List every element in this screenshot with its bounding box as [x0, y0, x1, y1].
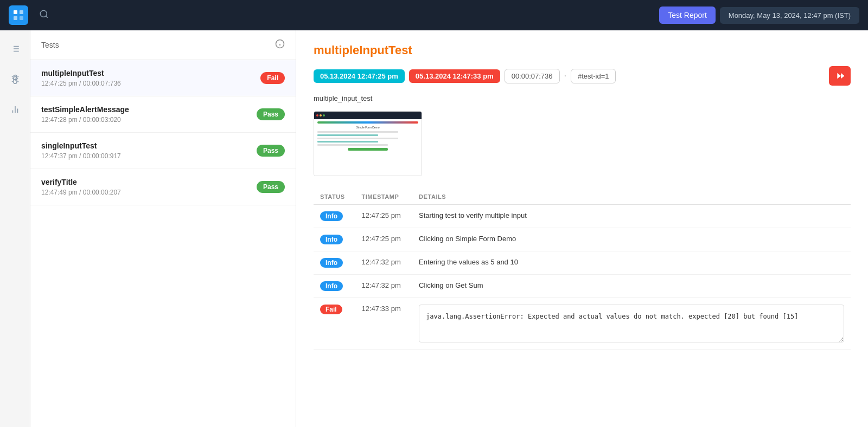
- test-item-status: Pass: [257, 181, 285, 193]
- search-button[interactable]: [37, 7, 51, 24]
- log-status: Info: [314, 275, 355, 298]
- test-item-name: verifyTitle: [41, 178, 257, 186]
- svg-line-5: [46, 16, 47, 17]
- tests-panel-header: Tests: [30, 30, 296, 60]
- log-status: Info: [314, 228, 355, 251]
- screenshot-container: Simple Form Demo: [314, 111, 851, 176]
- col-details: DETAILS: [412, 189, 851, 205]
- detail-title: multipleInputTest: [314, 43, 851, 57]
- log-detail: Clicking on Simple Form Demo: [419, 235, 516, 243]
- screenshot-thumbnail[interactable]: Simple Form Demo: [314, 111, 422, 176]
- svg-marker-18: [837, 73, 841, 79]
- test-item-meta: 12:47:37 pm / 00:00:00:917: [41, 152, 257, 160]
- test-id-tag: #test-id=1: [571, 69, 616, 83]
- svg-rect-3: [20, 16, 23, 20]
- log-detail: Clicking on Get Sum: [419, 281, 483, 289]
- log-status: Info: [314, 251, 355, 275]
- tests-panel: Tests multipleInputTest 12:47:25 pm / 00…: [30, 30, 296, 427]
- info-icon: [275, 39, 285, 51]
- test-item-status: Fail: [260, 72, 285, 84]
- log-row: Info 12:47:25 pm Clicking on Simple Form…: [314, 228, 851, 251]
- detail-panel: multipleInputTest 05.13.2024 12:47:25 pm…: [296, 30, 868, 427]
- log-detail: Starting test to verify multiple input: [419, 211, 527, 219]
- sidebar: [0, 30, 30, 427]
- chart-icon[interactable]: [5, 100, 25, 119]
- test-item-meta: 12:47:49 pm / 00:00:00:207: [41, 189, 257, 196]
- test-item-meta: 12:47:28 pm / 00:00:03:020: [41, 116, 257, 124]
- log-detail: Entering the values as 5 and 10: [419, 258, 518, 266]
- test-item-status: Pass: [257, 145, 285, 157]
- log-status: Info: [314, 205, 355, 228]
- col-timestamp: TIMESTAMP: [355, 189, 412, 205]
- app-header: Test Report Monday, May 13, 2024, 12:47 …: [0, 0, 868, 30]
- datetime-display: Monday, May 13, 2024, 12:47 pm (IST): [720, 7, 859, 24]
- svg-rect-1: [14, 16, 17, 20]
- svg-point-4: [40, 10, 47, 17]
- test-item[interactable]: singleInputTest 12:47:37 pm / 00:00:00:9…: [30, 133, 296, 169]
- test-item[interactable]: verifyTitle 12:47:49 pm / 00:00:00:207 P…: [30, 169, 296, 205]
- test-item[interactable]: testSimpleAlertMessage 12:47:28 pm / 00:…: [30, 96, 296, 133]
- log-table: STATUS TIMESTAMP DETAILS Info 12:47:25 p…: [314, 189, 851, 350]
- test-report-button[interactable]: Test Report: [659, 7, 716, 24]
- test-item[interactable]: multipleInputTest 12:47:25 pm / 00:00:07…: [30, 60, 296, 96]
- list-icon[interactable]: [5, 39, 25, 59]
- log-row: Info 12:47:32 pm Clicking on Get Sum: [314, 275, 851, 298]
- svg-rect-2: [20, 10, 23, 14]
- bug-icon[interactable]: [5, 69, 25, 89]
- end-tag: 05.13.2024 12:47:33 pm: [409, 69, 500, 83]
- log-timestamp: 12:47:32 pm: [355, 251, 412, 275]
- log-timestamp: 12:47:25 pm: [355, 228, 412, 251]
- log-row: Info 12:47:32 pm Entering the values as …: [314, 251, 851, 275]
- start-tag: 05.13.2024 12:47:25 pm: [314, 69, 405, 83]
- svg-rect-0: [14, 10, 17, 14]
- log-status: Fail: [314, 298, 355, 350]
- log-row: Info 12:47:25 pm Starting test to verify…: [314, 205, 851, 228]
- test-item-name: multipleInputTest: [41, 69, 260, 77]
- separator: ·: [564, 71, 566, 81]
- test-item-meta: 12:47:25 pm / 00:00:07:736: [41, 80, 260, 87]
- svg-marker-19: [841, 73, 844, 79]
- main-container: Tests multipleInputTest 12:47:25 pm / 00…: [0, 30, 868, 427]
- fast-forward-button[interactable]: [829, 66, 851, 86]
- test-item-name: testSimpleAlertMessage: [41, 105, 257, 114]
- log-timestamp: 12:47:33 pm: [355, 298, 412, 350]
- detail-tags: 05.13.2024 12:47:25 pm 05.13.2024 12:47:…: [314, 66, 851, 86]
- detail-method: multiple_input_test: [314, 94, 851, 102]
- log-timestamp: 12:47:25 pm: [355, 205, 412, 228]
- duration-tag: 00:00:07:736: [505, 69, 560, 83]
- app-logo: [9, 5, 28, 25]
- test-item-name: singleInputTest: [41, 141, 257, 150]
- test-list: multipleInputTest 12:47:25 pm / 00:00:07…: [30, 60, 296, 427]
- test-item-status: Pass: [257, 108, 285, 120]
- log-row: Fail 12:47:33 pm java.lang.AssertionErro…: [314, 298, 851, 350]
- error-box[interactable]: java.lang.AssertionError: Expected and a…: [419, 305, 844, 342]
- col-status: STATUS: [314, 189, 355, 205]
- tests-panel-title: Tests: [41, 41, 59, 49]
- log-timestamp: 12:47:32 pm: [355, 275, 412, 298]
